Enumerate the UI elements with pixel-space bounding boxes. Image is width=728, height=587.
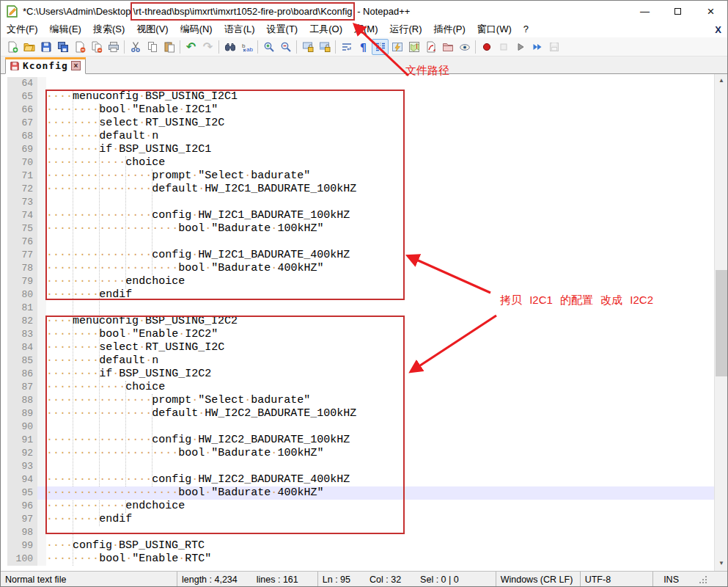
bookmark-margin[interactable] bbox=[1, 486, 7, 500]
bookmark-margin[interactable] bbox=[1, 394, 7, 407]
line-number[interactable]: 92 bbox=[7, 447, 37, 460]
user-defined-language-button[interactable] bbox=[389, 39, 405, 55]
code-text[interactable] bbox=[46, 460, 727, 473]
bookmark-margin[interactable] bbox=[1, 209, 7, 222]
bookmark-margin[interactable] bbox=[1, 500, 7, 513]
line-number[interactable]: 76 bbox=[7, 236, 37, 249]
fold-margin[interactable] bbox=[37, 156, 46, 169]
code-text[interactable]: ········if·BSP_USING_I2C2 bbox=[46, 368, 727, 381]
bookmark-margin[interactable] bbox=[1, 315, 7, 328]
fold-margin[interactable] bbox=[37, 486, 46, 500]
bookmark-margin[interactable] bbox=[1, 236, 7, 249]
line-number[interactable]: 97 bbox=[7, 513, 37, 526]
status-eol-format[interactable]: Windows (CR LF) bbox=[496, 572, 581, 587]
bookmark-margin[interactable] bbox=[1, 526, 7, 539]
bookmark-margin[interactable] bbox=[1, 434, 7, 447]
bookmark-margin[interactable] bbox=[1, 143, 7, 156]
line-number[interactable]: 65 bbox=[7, 90, 37, 103]
bookmark-margin[interactable] bbox=[1, 354, 7, 368]
bookmark-margin[interactable] bbox=[1, 196, 7, 209]
code-text[interactable]: ····menuconfig·BSP_USING_I2C1 bbox=[46, 90, 727, 103]
menu-item-3[interactable]: 视图(V) bbox=[130, 21, 174, 37]
bookmark-margin[interactable] bbox=[1, 117, 7, 130]
fold-margin[interactable] bbox=[37, 328, 46, 341]
bookmark-margin[interactable] bbox=[1, 513, 7, 526]
fold-margin[interactable] bbox=[37, 183, 46, 196]
line-number[interactable]: 90 bbox=[7, 420, 37, 434]
bookmark-margin[interactable] bbox=[1, 103, 7, 117]
line-number[interactable]: 98 bbox=[7, 526, 37, 539]
macro-save-button[interactable] bbox=[545, 39, 562, 55]
fold-margin[interactable] bbox=[37, 196, 46, 209]
save-button[interactable] bbox=[37, 39, 54, 55]
undo-button[interactable]: ↶ bbox=[183, 39, 199, 55]
code-text[interactable]: ········endif bbox=[46, 288, 727, 302]
fold-margin[interactable] bbox=[37, 288, 46, 302]
line-number[interactable]: 88 bbox=[7, 394, 37, 407]
fold-margin[interactable] bbox=[37, 90, 46, 103]
menu-item-7[interactable]: 工具(O) bbox=[304, 21, 348, 37]
menu-item-5[interactable]: 语言(L) bbox=[218, 21, 261, 37]
macro-record-button[interactable] bbox=[478, 39, 495, 55]
fold-margin[interactable] bbox=[37, 354, 46, 368]
fold-margin[interactable] bbox=[37, 341, 46, 354]
fold-margin[interactable] bbox=[37, 302, 46, 315]
status-insert-mode[interactable]: INS bbox=[653, 572, 727, 587]
code-text[interactable]: ····menuconfig·BSP_USING_I2C2 bbox=[46, 315, 727, 328]
word-wrap-button[interactable] bbox=[338, 39, 355, 55]
line-number[interactable]: 84 bbox=[7, 341, 37, 354]
monitoring-button[interactable] bbox=[456, 39, 473, 55]
macro-run-multiple-button[interactable] bbox=[529, 39, 545, 55]
line-number[interactable]: 67 bbox=[7, 117, 37, 130]
bookmark-margin[interactable] bbox=[1, 407, 7, 420]
menu-item-9[interactable]: 运行(R) bbox=[383, 21, 427, 37]
editor-area[interactable]: 6465····menuconfig·BSP_USING_I2C166·····… bbox=[1, 74, 727, 571]
menu-item-8[interactable]: 宏(M) bbox=[348, 21, 384, 37]
fold-margin[interactable] bbox=[37, 394, 46, 407]
open-file-button[interactable] bbox=[21, 39, 37, 55]
copy-button[interactable] bbox=[144, 39, 161, 55]
folder-as-workspace-button[interactable] bbox=[439, 39, 456, 55]
code-text[interactable] bbox=[46, 302, 727, 315]
code-text[interactable]: ········default·n bbox=[46, 130, 727, 143]
bookmark-margin[interactable] bbox=[1, 553, 7, 566]
fold-margin[interactable] bbox=[37, 381, 46, 394]
code-text[interactable]: ················config·HW_I2C2_BADURATE_… bbox=[46, 473, 727, 486]
bookmark-margin[interactable] bbox=[1, 222, 7, 236]
bookmark-margin[interactable] bbox=[1, 302, 7, 315]
line-number[interactable]: 70 bbox=[7, 156, 37, 169]
line-number[interactable]: 93 bbox=[7, 460, 37, 473]
maximize-button[interactable] bbox=[661, 1, 694, 21]
fold-margin[interactable] bbox=[37, 368, 46, 381]
bookmark-margin[interactable] bbox=[1, 539, 7, 553]
line-number[interactable]: 78 bbox=[7, 262, 37, 275]
code-text[interactable]: ················config·HW_I2C1_BADURATE_… bbox=[46, 209, 727, 222]
line-number[interactable]: 86 bbox=[7, 368, 37, 381]
bookmark-margin[interactable] bbox=[1, 90, 7, 103]
code-text[interactable]: ········default·n bbox=[46, 354, 727, 368]
menu-item-0[interactable]: 文件(F) bbox=[1, 21, 44, 37]
line-number[interactable]: 95 bbox=[7, 486, 37, 500]
fold-margin[interactable] bbox=[37, 249, 46, 262]
bookmark-margin[interactable] bbox=[1, 288, 7, 302]
paste-button[interactable] bbox=[161, 39, 177, 55]
code-text[interactable]: ········select·RT_USING_I2C bbox=[46, 341, 727, 354]
save-all-button[interactable] bbox=[54, 39, 71, 55]
scroll-up-arrow[interactable]: ▲ bbox=[715, 74, 727, 87]
fold-margin[interactable] bbox=[37, 222, 46, 236]
fold-margin[interactable] bbox=[37, 103, 46, 117]
bookmark-margin[interactable] bbox=[1, 77, 7, 90]
bookmark-margin[interactable] bbox=[1, 328, 7, 341]
fold-margin[interactable] bbox=[37, 262, 46, 275]
fold-margin[interactable] bbox=[37, 275, 46, 288]
tab-kconfig[interactable]: Kconfig × bbox=[5, 57, 86, 74]
bookmark-margin[interactable] bbox=[1, 420, 7, 434]
bookmark-margin[interactable] bbox=[1, 473, 7, 486]
zoom-out-button[interactable] bbox=[277, 39, 294, 55]
bookmark-margin[interactable] bbox=[1, 460, 7, 473]
code-text[interactable]: ············endchoice bbox=[46, 500, 727, 513]
fold-margin[interactable] bbox=[37, 315, 46, 328]
code-text[interactable]: ················prompt·"Select·badurate" bbox=[46, 169, 727, 183]
bookmark-margin[interactable] bbox=[1, 368, 7, 381]
line-number[interactable]: 71 bbox=[7, 169, 37, 183]
